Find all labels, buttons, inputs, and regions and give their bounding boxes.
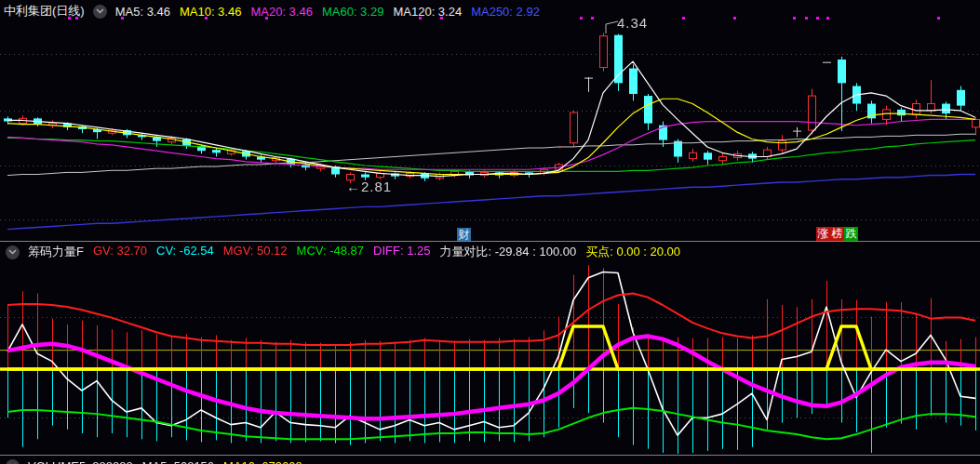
main-price-chart[interactable] — [0, 23, 980, 236]
chevron-down-icon[interactable] — [6, 245, 20, 259]
ma-legend-item-5: MA250: 2.92 — [471, 5, 540, 19]
high-annotation-leader — [603, 20, 624, 34]
signal-dot — [205, 17, 208, 20]
indicator-legend-item-6: 力量对比: -29.84 : 100.00 — [440, 244, 577, 260]
event-flag-badge-2[interactable]: 跌 — [844, 227, 858, 241]
volume-header: VOLUME5: 888888MA5: 508156MA10: 673608 — [6, 457, 302, 464]
signal-dot — [265, 17, 268, 20]
signal-dot — [591, 17, 594, 20]
trading-terminal-window: 中利集团(日线) MA5: 3.46MA10: 3.46MA20: 3.46MA… — [0, 0, 980, 464]
indicator-legend: 筹码力量FGV: 32.70CV: -62.54MGV: 50.12MCV: -… — [28, 244, 680, 260]
main-chart-header: 中利集团(日线) MA5: 3.46MA10: 3.46MA20: 3.46MA… — [4, 0, 540, 22]
signal-dot — [580, 17, 583, 20]
indicator-legend-item-0: 筹码力量F — [28, 244, 84, 260]
signal-dot — [419, 17, 422, 20]
buy-arrow-marker: → — [553, 139, 564, 152]
signal-dot — [682, 17, 685, 20]
indicator-header: 筹码力量FGV: 32.70CV: -62.54MGV: 50.12MCV: -… — [6, 243, 680, 261]
signal-dot — [121, 17, 124, 20]
chevron-down-icon[interactable] — [6, 459, 20, 464]
event-flag-badge-0[interactable]: 涨 — [816, 227, 830, 241]
signal-dot — [793, 17, 796, 20]
volume-legend-item-2: MA10: 673608 — [223, 459, 302, 464]
stock-title[interactable]: 中利集团(日线) — [4, 3, 85, 20]
signal-dot — [733, 17, 736, 20]
pane-splitter-bottom[interactable] — [0, 455, 980, 456]
volume-legend: VOLUME5: 888888MA5: 508156MA10: 673608 — [28, 459, 302, 464]
volume-legend-item-1: MA5: 508156 — [142, 459, 214, 464]
indicator-legend-item-3: MGV: 50.12 — [223, 244, 288, 260]
indicator-legend-item-4: MCV: -48.87 — [297, 244, 365, 260]
earnings-report-badge[interactable]: 财 — [457, 228, 471, 242]
ma-legend-item-3: MA60: 3.29 — [322, 5, 384, 19]
indicator-legend-item-7: 买点: 0.00 : 20.00 — [585, 244, 680, 260]
ma-legend: MA5: 3.46MA10: 3.46MA20: 3.46MA60: 3.29M… — [115, 5, 540, 19]
ma-legend-item-4: MA120: 3.24 — [393, 5, 462, 19]
event-flag-badge-1[interactable]: 榜 — [830, 227, 844, 241]
signal-dot — [440, 17, 443, 20]
indicator-legend-item-5: DIFF: 1.25 — [373, 244, 430, 260]
signal-dot — [805, 17, 808, 20]
signal-dot — [68, 17, 71, 20]
chevron-down-icon[interactable] — [93, 5, 107, 19]
signal-dot — [937, 17, 940, 20]
indicator-legend-item-2: CV: -62.54 — [156, 244, 214, 260]
signal-dot — [816, 17, 819, 20]
ma-legend-item-1: MA10: 3.46 — [180, 5, 242, 19]
pane-splitter-top[interactable] — [0, 241, 980, 242]
chip-force-indicator-chart[interactable] — [0, 262, 980, 454]
signal-dot — [75, 17, 78, 20]
ma-legend-item-2: MA20: 3.46 — [250, 5, 313, 19]
low-price-annotation: ←2.81 — [346, 179, 392, 194]
indicator-legend-item-1: GV: 32.70 — [93, 244, 147, 260]
signal-dot — [826, 17, 829, 20]
volume-legend-item-0: VOLUME5: 888888 — [28, 459, 133, 464]
